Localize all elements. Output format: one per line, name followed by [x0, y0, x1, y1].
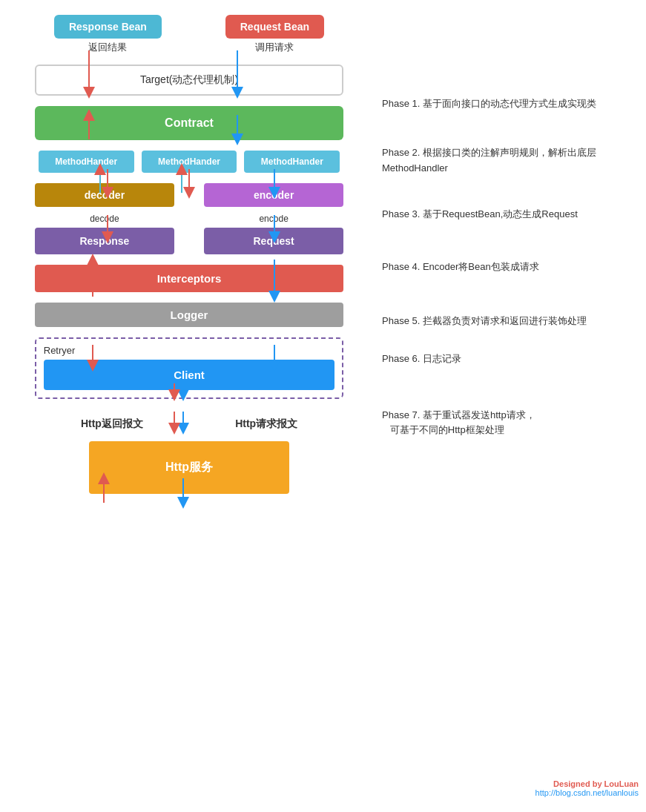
method-handler-2: MethodHander — [142, 151, 237, 173]
decode-label: decode — [35, 214, 174, 224]
retryer-container: Retryer Client — [35, 337, 344, 399]
method-handler-3: MethodHander — [244, 151, 340, 173]
encoder-box: encoder — [204, 183, 343, 207]
phase-7-text: Phase 7. 基于重试器发送http请求， 可基于不同的Http框架处理 — [382, 409, 535, 436]
enc-dec-labels: decode encode — [35, 214, 344, 224]
response-bean-box: Response Bean — [54, 15, 162, 39]
watermark: Designed by LouLuan http://blog.csdn.net… — [535, 779, 639, 797]
phase-4: Phase 4. Encoder将Bean包装成请求 — [382, 260, 639, 275]
resp-req-row: Response Request — [35, 228, 344, 254]
encode-label: encode — [204, 214, 343, 224]
method-handler-row: MethodHander MethodHander MethodHander — [35, 151, 344, 173]
beans-row: Response Bean 返回结果 Request Bean 调用请求 — [7, 15, 371, 54]
request-bean-box: Request Bean — [225, 15, 324, 39]
logger-bar: Logger — [35, 303, 344, 327]
method-handler-1: MethodHander — [39, 151, 134, 173]
phase-1: Phase 1. 基于面向接口的动态代理方式生成实现类 — [382, 96, 639, 112]
watermark-designed: Designed by LouLuan — [535, 779, 639, 788]
phase-6: Phase 6. 日志记录 — [382, 351, 639, 367]
request-box: Request — [204, 228, 343, 254]
response-box: Response — [35, 228, 174, 254]
phase-3: Phase 3. 基于RequestBean,动态生成Request — [382, 207, 639, 222]
http-labels-row: Http返回报文 Http请求报文 — [35, 417, 344, 431]
right-panel: Phase 1. 基于面向接口的动态代理方式生成实现类 Phase 2. 根据接… — [371, 15, 639, 498]
phase-2-text: Phase 2. 根据接口类的注解声明规则，解析出底层MethodHandler — [382, 147, 596, 174]
http-request-label: Http请求报文 — [235, 417, 297, 431]
http-service-box: Http服务 — [89, 441, 289, 494]
call-label: 调用请求 — [255, 41, 294, 54]
phase-2: Phase 2. 根据接口类的注解声明规则，解析出底层MethodHandler — [382, 145, 639, 176]
phase-7: Phase 7. 基于重试器发送http请求， 可基于不同的Http框架处理 — [382, 408, 639, 439]
retryer-label: Retryer — [44, 345, 335, 356]
enc-dec-row: decoder encoder — [35, 183, 344, 207]
decoder-box: decoder — [35, 183, 174, 207]
phase-5: Phase 5. 拦截器负责对请求和返回进行装饰处理 — [382, 314, 639, 329]
left-diagram-panel: Response Bean 返回结果 Request Bean 调用请求 Tar… — [7, 15, 371, 498]
watermark-url: http://blog.csdn.net/luanlouis — [535, 788, 639, 797]
return-label: 返回结果 — [88, 41, 127, 54]
target-box: Target(动态代理机制) — [35, 65, 344, 96]
http-return-label: Http返回报文 — [81, 417, 143, 431]
client-box: Client — [44, 360, 335, 390]
interceptors-bar: Interceptors — [35, 265, 344, 292]
contract-box: Contract — [35, 106, 344, 140]
